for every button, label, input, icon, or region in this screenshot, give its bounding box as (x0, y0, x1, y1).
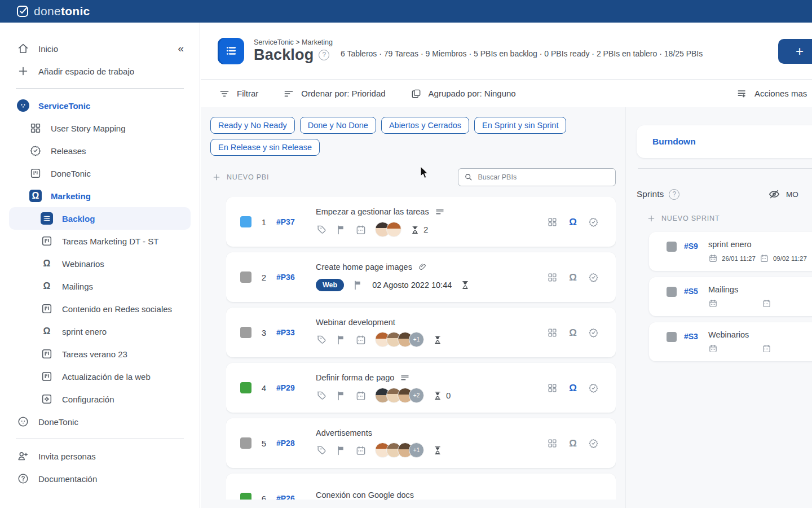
pbi-row[interactable]: 5 #P28 Advertisements (226, 418, 616, 468)
sprint-icon[interactable]: Ω (569, 217, 577, 227)
flag-icon[interactable] (352, 279, 364, 291)
sidebar-item-inicio[interactable]: Inicio « (0, 37, 200, 60)
tag-icon[interactable] (316, 390, 327, 401)
pbi-row[interactable]: 2 #P36 Create home page images Web 02 Ag… (226, 252, 616, 302)
calendar-icon[interactable] (708, 253, 718, 263)
calendar-icon[interactable] (760, 253, 769, 263)
pbi-id-link[interactable]: #P26 (276, 494, 306, 500)
pbi-color-swatch[interactable] (240, 327, 251, 338)
sidebar-item-actualizacion-web[interactable]: Actualización de la web (0, 365, 200, 388)
boards-icon[interactable] (547, 272, 558, 283)
calendar-icon[interactable] (762, 344, 771, 353)
sidebar-item-invita-personas[interactable]: Invita personas (0, 445, 200, 467)
pbi-id-link[interactable]: #P33 (276, 328, 306, 337)
pbi-row[interactable]: 4 #P29 Definir forma de pago (226, 363, 616, 413)
sprint-id-link[interactable]: #S9 (677, 242, 708, 251)
assignee-avatars[interactable]: +1 (375, 443, 424, 458)
label-pill[interactable]: Web (316, 279, 344, 291)
pbi-id-link[interactable]: #P28 (276, 439, 306, 448)
calendar-icon[interactable] (355, 334, 367, 345)
more-actions-button[interactable]: Acciones mas (736, 88, 812, 99)
chip-release[interactable]: En Release y sin Release (210, 139, 320, 156)
tag-icon[interactable] (316, 445, 327, 456)
sidebar-item-tareas-marketing[interactable]: Tareas Marketing DT - ST (0, 230, 200, 252)
pbi-color-swatch[interactable] (240, 216, 251, 227)
sidebar-item-tareas-verano[interactable]: Tareas verano 23 (0, 343, 200, 365)
burndown-link[interactable]: Burndown (652, 137, 696, 147)
release-badge-icon[interactable] (588, 327, 599, 338)
sprint-color-swatch[interactable] (667, 332, 677, 342)
sprint-color-swatch[interactable] (667, 287, 677, 297)
pbi-color-swatch[interactable] (240, 271, 251, 283)
chip-sprint[interactable]: En Sprint y sin Sprint (474, 117, 566, 134)
chip-abiertos[interactable]: Abiertos y Cerrados (381, 117, 469, 134)
release-badge-icon[interactable] (588, 272, 599, 283)
calendar-icon[interactable] (355, 390, 367, 401)
pbi-title[interactable]: Webinar development (316, 318, 395, 327)
help-icon[interactable]: ? (319, 50, 329, 60)
sprint-row[interactable]: #S9 sprint enero 26/01 11:27 09/02 11:27… (649, 232, 812, 271)
chip-done[interactable]: Done y No Done (300, 117, 376, 134)
pbi-id-link[interactable]: #P37 (276, 217, 306, 226)
sidebar-item-donetonic-board[interactable]: DoneTonic (0, 162, 200, 185)
burndown-card[interactable]: Burndown (637, 125, 812, 158)
flag-icon[interactable] (336, 334, 347, 345)
sprint-icon[interactable]: Ω (569, 383, 577, 393)
assignee-avatars[interactable]: +1 (375, 332, 424, 347)
sidebar-item-backlog[interactable]: Backlog (9, 207, 191, 230)
pbi-title[interactable]: Empezar a gestionar las tareas (316, 207, 429, 216)
calendar-icon[interactable] (708, 299, 718, 308)
chip-ready[interactable]: Ready y No Ready (210, 117, 295, 134)
sidebar-item-contenido-redes[interactable]: Contenido en Redes sociales (0, 297, 200, 320)
help-icon[interactable]: ? (669, 189, 679, 200)
show-closed-toggle[interactable]: MO (768, 188, 812, 200)
tag-icon[interactable] (316, 224, 327, 235)
pbi-row[interactable]: 1 #P37 Empezar a gestionar las tareas (226, 197, 616, 247)
pbi-title[interactable]: Advertisements (316, 428, 372, 437)
assignee-avatars[interactable] (375, 222, 401, 237)
sidebar-item-marketing[interactable]: Ω Marketing (0, 185, 200, 207)
sidebar-item-add-workspace[interactable]: Añadir espacio de trabajo (0, 60, 200, 82)
sidebar-item-documentacion[interactable]: Documentación (0, 467, 200, 490)
pbi-color-swatch[interactable] (240, 382, 251, 393)
sprint-name[interactable]: sprint enero (708, 240, 812, 249)
sidebar-item-releases[interactable]: Releases (0, 139, 200, 162)
sidebar-item-configuracion[interactable]: Configuración (0, 388, 200, 410)
release-badge-icon[interactable] (588, 438, 599, 449)
pbi-row[interactable]: 6 #P26 Conexión con Google docs (226, 474, 616, 500)
sprint-id-link[interactable]: #S5 (677, 287, 708, 296)
filter-button[interactable]: Filtrar (219, 88, 258, 99)
calendar-icon[interactable] (762, 299, 771, 308)
sprint-icon[interactable]: Ω (569, 328, 577, 338)
sprint-row[interactable]: #S5 Mailings (649, 277, 812, 316)
due-date[interactable]: 02 Agosto 2022 10:44 (372, 281, 452, 290)
boards-icon[interactable] (547, 383, 558, 393)
pbi-title[interactable]: Create home page images (316, 262, 412, 271)
breadcrumb[interactable]: ServiceTonic > Marketing (254, 38, 333, 46)
sprint-id-link[interactable]: #S3 (677, 332, 708, 341)
flag-icon[interactable] (336, 445, 347, 456)
brand-logo[interactable]: donetonic (16, 5, 90, 18)
boards-icon[interactable] (547, 327, 558, 338)
pbi-id-link[interactable]: #P29 (276, 383, 306, 392)
add-button[interactable]: + (778, 39, 812, 64)
new-sprint-button[interactable]: NUEVO SPRINT (647, 214, 812, 223)
sprint-icon[interactable]: Ω (569, 439, 577, 448)
sprint-color-swatch[interactable] (667, 242, 677, 252)
tag-icon[interactable] (316, 334, 327, 345)
sprint-name[interactable]: Mailings (708, 285, 812, 294)
sidebar-item-user-story-mapping[interactable]: User Story Mapping (0, 117, 200, 139)
flag-icon[interactable] (336, 390, 347, 401)
new-pbi-button[interactable]: NUEVO PBI (212, 173, 269, 182)
calendar-icon[interactable] (355, 445, 367, 456)
release-badge-icon[interactable] (588, 383, 599, 393)
calendar-icon[interactable] (355, 224, 367, 235)
boards-icon[interactable] (547, 217, 558, 227)
sprint-row[interactable]: #S3 Webinarios (649, 322, 812, 361)
pbi-title[interactable]: Definir forma de pago (316, 373, 394, 382)
pbi-color-swatch[interactable] (240, 437, 251, 449)
collapse-sidebar-icon[interactable]: « (178, 42, 184, 55)
sidebar-item-servicetonic[interactable]: ServiceTonic (0, 94, 200, 117)
pbi-row[interactable]: 3 #P33 Webinar development (226, 308, 616, 357)
pbi-title[interactable]: Conexión con Google docs (316, 491, 414, 500)
